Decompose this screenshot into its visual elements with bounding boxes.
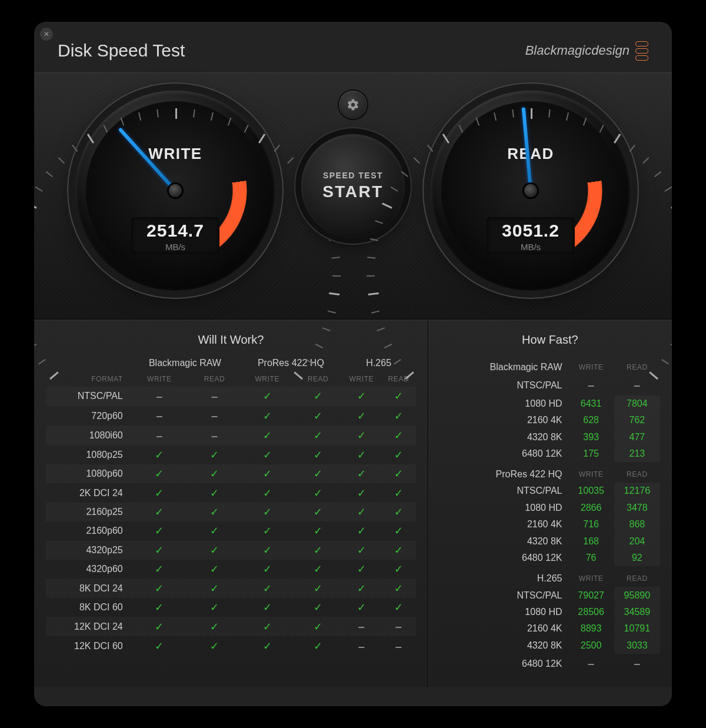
format-label: 2K DCI 24	[46, 483, 130, 502]
check-icon: ✓	[394, 583, 403, 594]
write-value: 10035	[568, 483, 614, 499]
brand-text: Blackmagicdesign	[525, 43, 630, 58]
codec-header: Blackmagic RAW	[130, 355, 240, 372]
brand-icon	[635, 41, 648, 61]
check-icon: ✓	[314, 621, 322, 633]
check-icon: ✓	[394, 390, 403, 402]
table-row: 8K DCI 24✓✓✓✓✓✓	[46, 579, 416, 597]
write-value: 168	[568, 533, 614, 549]
table-row: NTSC/PAL––	[440, 375, 660, 395]
write-value: 79027	[568, 587, 614, 603]
check-icon: ✓	[263, 601, 272, 613]
format-label: 4320p60	[46, 560, 130, 579]
read-value: 213	[614, 446, 660, 462]
brand-logo: Blackmagicdesign	[525, 41, 648, 61]
check-icon: ✓	[394, 468, 403, 480]
table-row: NTSC/PAL1003512176	[440, 483, 660, 499]
dash-icon: –	[358, 640, 365, 653]
header: Disk Speed Test Blackmagicdesign	[34, 22, 672, 72]
check-icon: ✓	[155, 468, 164, 480]
format-label: 12K DCI 24	[46, 617, 130, 636]
format-label: 6480 12K	[440, 550, 568, 566]
format-label: 2160 4K	[440, 412, 568, 428]
check-icon: ✓	[357, 468, 366, 480]
write-value: –	[568, 375, 614, 395]
start-button[interactable]: SPEED TEST START	[301, 134, 405, 238]
format-label: 2160 4K	[440, 516, 568, 533]
check-icon: ✓	[210, 506, 219, 518]
table-row: 720p60––✓✓✓✓	[46, 406, 416, 426]
check-icon: ✓	[357, 410, 366, 422]
check-icon: ✓	[314, 430, 322, 441]
check-icon: ✓	[155, 506, 164, 518]
format-label: 720p60	[46, 406, 130, 426]
close-icon: ✕	[44, 30, 49, 38]
table-row: 6480 12K––	[440, 654, 660, 673]
start-line1: SPEED TEST	[323, 171, 383, 180]
read-unit: MB/s	[487, 242, 575, 252]
write-value: 76	[568, 550, 614, 566]
format-label: NTSC/PAL	[440, 375, 568, 395]
write-value-display: 2514.7 MB/s	[131, 217, 219, 254]
read-value: –	[614, 654, 660, 673]
check-icon: ✓	[263, 640, 272, 652]
read-value: 3051.2	[487, 221, 575, 241]
check-icon: ✓	[314, 544, 322, 556]
table-row: 1080 HD2850634589	[440, 604, 660, 620]
format-label: NTSC/PAL	[440, 483, 568, 499]
format-label: NTSC/PAL	[46, 387, 130, 406]
check-icon: ✓	[357, 563, 366, 575]
write-value: 2500	[568, 637, 614, 653]
will-it-work-panel: Will It Work? Blackmagic RAW ProRes 422 …	[34, 320, 428, 687]
check-icon: ✓	[263, 410, 272, 422]
check-icon: ✓	[263, 621, 272, 633]
table-row: 2160 4K628762	[440, 412, 660, 428]
check-icon: ✓	[314, 468, 322, 480]
format-label: 6480 12K	[440, 654, 568, 673]
check-icon: ✓	[210, 601, 219, 613]
format-label: 4320 8K	[440, 637, 568, 653]
table-row: 4320 8K168204	[440, 533, 660, 549]
read-value: 3478	[614, 500, 660, 516]
format-label: 4320p25	[46, 541, 130, 560]
codec-section-header: ProRes 422 HQWRITEREAD	[440, 462, 660, 483]
dash-icon: –	[211, 429, 218, 442]
check-icon: ✓	[155, 601, 164, 613]
read-value-display: 3051.2 MB/s	[487, 217, 575, 254]
app-window: ✕ Disk Speed Test Blackmagicdesign WRITE…	[34, 22, 672, 706]
codec-header: ProRes 422 HQ	[240, 355, 342, 372]
dash-icon: –	[395, 640, 402, 653]
format-label: 1080p60	[46, 464, 130, 483]
dash-icon: –	[211, 409, 218, 422]
check-icon: ✓	[394, 410, 403, 422]
check-icon: ✓	[263, 390, 272, 402]
read-value: 477	[614, 428, 660, 445]
write-value: 628	[568, 412, 614, 428]
check-icon: ✓	[394, 487, 403, 499]
check-icon: ✓	[263, 525, 272, 537]
format-label: 1080 HD	[440, 604, 568, 620]
will-it-work-title: Will It Work?	[46, 333, 416, 347]
codec-section-header: Blackmagic RAWWRITEREAD	[440, 355, 660, 375]
close-button[interactable]: ✕	[40, 28, 53, 41]
format-label: NTSC/PAL	[440, 587, 568, 603]
format-label: 4320 8K	[440, 533, 568, 549]
dash-icon: –	[358, 620, 365, 633]
table-row: 2K DCI 24✓✓✓✓✓✓	[46, 483, 416, 502]
write-value: 716	[568, 516, 614, 533]
settings-button[interactable]	[339, 91, 367, 119]
check-icon: ✓	[210, 563, 219, 575]
check-icon: ✓	[394, 525, 403, 537]
table-row: 1080p25✓✓✓✓✓✓	[46, 446, 416, 464]
write-value: 6431	[568, 395, 614, 412]
check-icon: ✓	[263, 563, 272, 575]
check-icon: ✓	[210, 640, 219, 652]
table-row: 2160 4K716868	[440, 516, 660, 533]
write-unit: MB/s	[131, 242, 219, 252]
format-label: 4320 8K	[440, 428, 568, 445]
read-value: 762	[614, 412, 660, 428]
table-row: 12K DCI 60✓✓✓✓––	[46, 636, 416, 656]
will-it-work-table: Blackmagic RAW ProRes 422 HQ H.265 FORMA…	[46, 355, 416, 656]
check-icon: ✓	[357, 430, 366, 441]
check-icon: ✓	[210, 583, 219, 594]
